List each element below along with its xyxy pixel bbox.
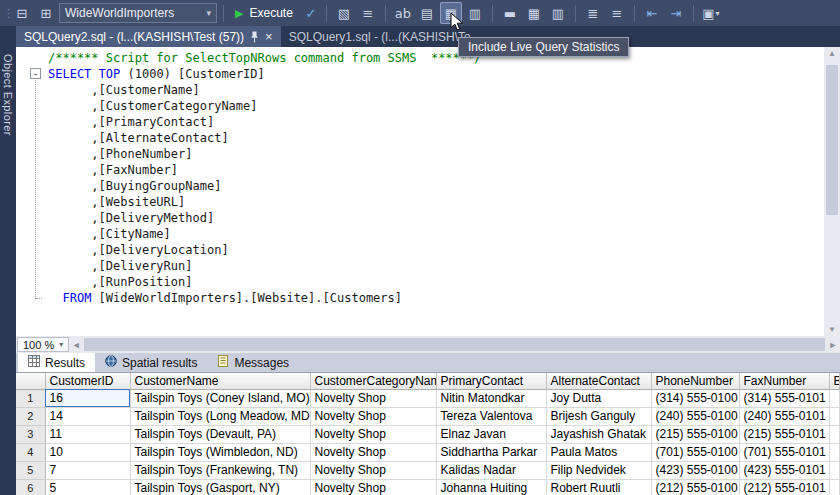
tab-sqlquery2[interactable]: SQLQuery2.sql - (l...(KASHISH\Test (57))…	[16, 26, 281, 47]
grid-cell[interactable]: Joy Dutta	[546, 389, 651, 407]
decrease-indent-icon[interactable]: ⇤	[641, 2, 663, 24]
display-estimated-plan-icon[interactable]: ▧	[333, 2, 355, 24]
code-line[interactable]: ,[RunPosition]	[48, 274, 824, 290]
code-line[interactable]: ,[AlternateContact]	[48, 130, 824, 146]
row-header[interactable]: 5	[16, 461, 45, 479]
grid-cell[interactable]: Siddhartha Parkar	[436, 443, 546, 461]
grid-cell[interactable]: (212) 555-0100	[651, 479, 739, 495]
grid-cell[interactable]	[829, 389, 840, 407]
grid-cell[interactable]: Tailspin Toys (Devault, PA)	[130, 425, 310, 443]
intellisense-enabled-icon[interactable]: ab	[392, 2, 414, 24]
code-line[interactable]: /****** Script for SelectTopNRows comman…	[48, 50, 824, 66]
scroll-left-icon[interactable]: ◄	[69, 340, 83, 350]
grid-cell[interactable]: Novelty Shop	[310, 479, 436, 495]
grid-cell[interactable]: 5	[45, 479, 130, 495]
grid-cell[interactable]: Novelty Shop	[310, 461, 436, 479]
scrollbar-thumb[interactable]	[826, 65, 838, 215]
tab-sqlquery1[interactable]: SQLQuery1.sql - (l...(KASHISH\Te	[281, 26, 479, 47]
grid-cell[interactable]: (215) 555-0100	[651, 425, 739, 443]
query-editor[interactable]: /****** Script for SelectTopNRows comman…	[16, 47, 840, 336]
toolbar-grip[interactable]: ⋮	[3, 7, 11, 20]
grid-cell[interactable]: Tailspin Toys (Frankewing, TN)	[130, 461, 310, 479]
include-actual-plan-icon[interactable]: ▤	[416, 2, 438, 24]
results-to-grid-icon[interactable]: ▦	[523, 2, 545, 24]
grid-cell[interactable]: Jayashish Ghatak	[546, 425, 651, 443]
grid-cell[interactable]: Tailspin Toys (Long Meadow, MD)	[130, 407, 310, 425]
grid-cell[interactable]: (240) 555-0101	[739, 407, 829, 425]
tab-spatial-results[interactable]: Spatial results	[95, 353, 207, 372]
include-client-statistics-icon[interactable]: ▥	[464, 2, 486, 24]
code-line[interactable]: SELECT TOP (1000) [CustomerID]	[48, 66, 824, 82]
grid-cell[interactable]: Tailspin Toys (Coney Island, MO)	[130, 389, 310, 407]
code-line[interactable]: ,[FaxNumber]	[48, 162, 824, 178]
grid-cell[interactable]: 11	[45, 425, 130, 443]
code-line[interactable]: ,[BuyingGroupName]	[48, 178, 824, 194]
tab-results[interactable]: Results	[18, 353, 95, 372]
uncomment-icon[interactable]: ≡	[606, 2, 628, 24]
column-header-customername[interactable]: CustomerName	[130, 373, 310, 389]
grid-cell[interactable]: Novelty Shop	[310, 407, 436, 425]
grid-cell[interactable]: Brijesh Ganguly	[546, 407, 651, 425]
grid-cell[interactable]: (423) 555-0101	[739, 461, 829, 479]
scroll-right-icon[interactable]: ►	[826, 340, 840, 350]
grid-cell[interactable]: (212) 555-0101	[739, 479, 829, 495]
code-line[interactable]: FROM [WideWorldImporters].[Website].[Cus…	[48, 290, 824, 306]
column-header-customercategoryname[interactable]: CustomerCategoryName	[310, 373, 436, 389]
grid-cell[interactable]: (701) 555-0100	[651, 443, 739, 461]
code-line[interactable]: ,[CustomerCategoryName]	[48, 98, 824, 114]
grid-cell[interactable]: Tailspin Toys (Gasport, NY)	[130, 479, 310, 495]
database-dropdown[interactable]: WideWorldImporters ▾	[59, 3, 217, 23]
column-header-customerid[interactable]: CustomerID	[45, 373, 130, 389]
column-header-primarycontact[interactable]: PrimaryContact	[436, 373, 546, 389]
editor-horizontal-scrollbar[interactable]	[84, 338, 825, 351]
grid-cell[interactable]	[829, 407, 840, 425]
editor-vertical-scrollbar[interactable]: ▲ ▼	[824, 47, 840, 336]
code-line[interactable]: ,[DeliveryRun]	[48, 258, 824, 274]
grid-cell[interactable]: (314) 555-0101	[739, 389, 829, 407]
grid-cell[interactable]: Johanna Huiting	[436, 479, 546, 495]
grid-cell[interactable]: Kalidas Nadar	[436, 461, 546, 479]
grid-cell[interactable]: (240) 555-0100	[651, 407, 739, 425]
grid-cell[interactable]: Tailspin Toys (Wimbledon, ND)	[130, 443, 310, 461]
grid-cell[interactable]: Novelty Shop	[310, 443, 436, 461]
results-to-text-icon[interactable]: ▬	[499, 2, 521, 24]
parse-query-icon[interactable]: ✓	[300, 2, 322, 24]
pin-icon[interactable]	[250, 31, 259, 43]
column-header-phonenumber[interactable]: PhoneNumber	[651, 373, 739, 389]
scroll-down-icon[interactable]: ▼	[824, 325, 840, 334]
row-header[interactable]: 3	[16, 425, 45, 443]
tab-messages[interactable]: Messages	[207, 353, 299, 372]
grid-cell[interactable]	[829, 461, 840, 479]
grid-cell[interactable]: Tereza Valentova	[436, 407, 546, 425]
grid-cell[interactable]: 16	[45, 389, 130, 407]
grid-cell[interactable]: 10	[45, 443, 130, 461]
query-options-icon[interactable]: ≡	[357, 2, 379, 24]
grid-cell[interactable]: Robert Ruutli	[546, 479, 651, 495]
row-header[interactable]: 4	[16, 443, 45, 461]
code-line[interactable]: ,[DeliveryLocation]	[48, 242, 824, 258]
include-live-query-statistics-icon[interactable]: ▦	[440, 2, 462, 24]
close-icon[interactable]: ×	[265, 30, 273, 43]
row-header[interactable]: 6	[16, 479, 45, 495]
grid-cell[interactable]: (701) 555-0101	[739, 443, 829, 461]
grid-cell[interactable]	[829, 479, 840, 495]
code-line[interactable]: ,[PhoneNumber]	[48, 146, 824, 162]
comment-out-icon[interactable]: ≣	[582, 2, 604, 24]
column-header-alternatecontact[interactable]: AlternateContact	[546, 373, 651, 389]
row-header[interactable]: 2	[16, 407, 45, 425]
grid-corner-header[interactable]	[16, 373, 45, 389]
grid-cell[interactable]: Filip Nedvidek	[546, 461, 651, 479]
specify-template-values-icon[interactable]: ▣▾	[700, 2, 722, 24]
grid-cell[interactable]: (215) 555-0101	[739, 425, 829, 443]
grid-cell[interactable]: Novelty Shop	[310, 425, 436, 443]
code-line[interactable]: ,[WebsiteURL]	[48, 194, 824, 210]
grid-cell[interactable]: Paula Matos	[546, 443, 651, 461]
change-connection-icon[interactable]: ⊞	[35, 2, 57, 24]
code-line[interactable]: ,[DeliveryMethod]	[48, 210, 824, 226]
object-explorer-autohide-tab[interactable]: Object Explorer	[0, 47, 16, 495]
code-text[interactable]: /****** Script for SelectTopNRows comman…	[16, 47, 824, 336]
grid-cell[interactable]: (423) 555-0100	[651, 461, 739, 479]
code-line[interactable]: ,[PrimaryContact]	[48, 114, 824, 130]
row-header[interactable]: 1	[16, 389, 45, 407]
increase-indent-icon[interactable]: ⇥	[665, 2, 687, 24]
